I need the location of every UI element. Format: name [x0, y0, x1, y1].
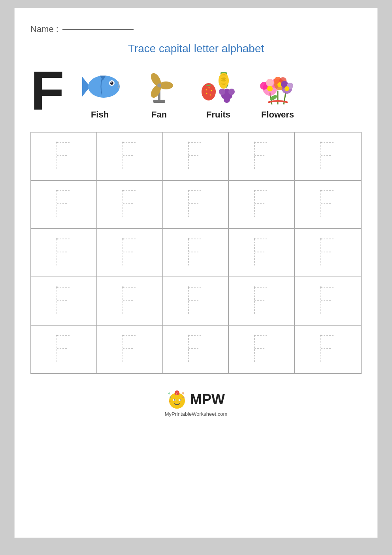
svg-point-79: [254, 190, 255, 191]
svg-point-95: [188, 238, 189, 240]
svg-point-55: [188, 142, 189, 143]
tracing-cell[interactable]: [31, 326, 97, 373]
svg-point-75: [188, 190, 189, 191]
svg-point-119: [254, 286, 255, 288]
flowers-label: Flowers: [261, 110, 294, 120]
svg-point-25: [228, 89, 235, 95]
tracing-row-2: [31, 181, 361, 229]
svg-point-115: [188, 286, 189, 288]
svg-point-99: [254, 238, 255, 240]
svg-point-20: [209, 94, 211, 95]
tracing-cell[interactable]: [97, 277, 163, 325]
letter-section: F: [30, 67, 362, 120]
svg-point-17: [208, 87, 209, 88]
svg-point-148: [180, 400, 181, 401]
svg-point-51: [122, 142, 124, 143]
tracing-cell[interactable]: [31, 229, 97, 277]
svg-point-71: [122, 190, 124, 191]
tracing-cell[interactable]: [295, 133, 361, 180]
images-row: Fish: [76, 67, 302, 120]
tracing-cell[interactable]: [97, 181, 163, 228]
svg-point-35: [267, 86, 273, 91]
svg-point-127: [56, 335, 58, 336]
page-title: Trace capital letter alphabet: [30, 42, 362, 55]
image-item-flowers: Flowers: [254, 67, 302, 120]
svg-point-43: [285, 86, 289, 91]
svg-point-107: [56, 286, 58, 288]
footer-logo: √ 4 B + √5 A MPW: [167, 390, 225, 409]
tracing-cell[interactable]: [229, 277, 295, 325]
name-line: Name :: [30, 24, 362, 34]
svg-text:4: 4: [168, 392, 170, 395]
fish-label: Fish: [91, 110, 109, 120]
tracing-cell[interactable]: [31, 133, 97, 180]
fan-label: Fan: [151, 110, 167, 120]
svg-point-111: [122, 286, 124, 288]
tracing-cell[interactable]: [229, 326, 295, 373]
svg-point-26: [224, 97, 230, 103]
tracing-cell[interactable]: [97, 229, 163, 277]
svg-point-18: [211, 90, 212, 91]
svg-rect-7: [153, 100, 165, 103]
tracing-cell[interactable]: [229, 133, 295, 180]
tracing-cell[interactable]: [295, 229, 361, 277]
svg-line-29: [284, 93, 286, 104]
svg-text:+: +: [170, 396, 171, 399]
fruits-image: [195, 67, 242, 106]
image-item-fruits: Fruits: [195, 67, 242, 120]
name-label: Name :: [30, 24, 58, 34]
tracing-row-3: [31, 229, 361, 277]
worksheet-page: Name : Trace capital letter alphabet F: [14, 8, 378, 538]
svg-point-4: [110, 82, 111, 83]
svg-point-103: [320, 238, 322, 240]
tracing-cell[interactable]: [229, 181, 295, 228]
tracing-cell[interactable]: [163, 326, 229, 373]
svg-text:√: √: [176, 392, 177, 395]
tracing-row-1: [31, 133, 361, 181]
svg-point-131: [122, 335, 124, 336]
svg-point-135: [188, 335, 189, 336]
svg-text:A: A: [169, 400, 171, 403]
svg-point-87: [56, 238, 58, 240]
name-underline: [62, 29, 134, 30]
tracing-row-4: [31, 277, 361, 326]
image-item-fan: Fan: [136, 67, 183, 120]
footer-brand: MPW: [190, 391, 225, 408]
svg-point-143: [320, 335, 322, 336]
flowers-image: [254, 67, 302, 106]
svg-point-19: [206, 93, 207, 94]
footer: √ 4 B + √5 A MPW MyPrintableWorksheet.co…: [30, 390, 362, 417]
svg-point-34: [266, 79, 274, 87]
tracing-row-5: [31, 326, 361, 373]
mpw-brand-text: MPW: [190, 391, 225, 408]
fan-image: [136, 67, 183, 106]
svg-point-59: [254, 142, 255, 143]
svg-point-16: [205, 89, 207, 90]
svg-point-1: [88, 76, 120, 98]
svg-point-139: [254, 335, 255, 336]
svg-text:B: B: [182, 392, 184, 395]
tracing-cell[interactable]: [295, 181, 361, 228]
fruits-label: Fruits: [206, 110, 230, 120]
tracing-cell[interactable]: [31, 181, 97, 228]
svg-point-91: [122, 238, 124, 240]
big-letter: F: [30, 63, 64, 118]
footer-url: MyPrintableWorksheet.com: [165, 411, 228, 417]
tracing-cell[interactable]: [163, 133, 229, 180]
svg-point-63: [320, 142, 322, 143]
tracing-cell[interactable]: [97, 133, 163, 180]
svg-point-83: [320, 190, 322, 191]
tracing-cell[interactable]: [295, 326, 361, 373]
image-item-fish: Fish: [76, 67, 124, 120]
tracing-cell[interactable]: [163, 229, 229, 277]
tracing-cell[interactable]: [97, 326, 163, 373]
tracing-grid: [30, 132, 362, 374]
svg-point-12: [157, 83, 161, 87]
tracing-cell[interactable]: [163, 277, 229, 325]
svg-point-147: [174, 400, 175, 401]
tracing-cell[interactable]: [163, 181, 229, 228]
fish-image: [76, 67, 124, 106]
tracing-cell[interactable]: [229, 229, 295, 277]
tracing-cell[interactable]: [31, 277, 97, 325]
tracing-cell[interactable]: [295, 277, 361, 325]
